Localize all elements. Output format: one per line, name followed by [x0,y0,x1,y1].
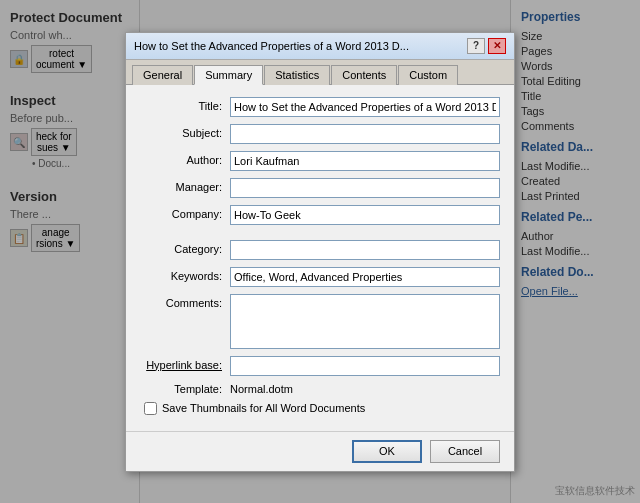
tab-custom[interactable]: Custom [398,65,458,85]
keywords-row: Keywords: [140,267,500,287]
comments-row: Comments: [140,294,500,349]
template-label: Template: [140,383,230,395]
title-bar-controls: ? ✕ [467,38,506,54]
manager-row: Manager: [140,178,500,198]
tab-general[interactable]: General [132,65,193,85]
category-row: Category: [140,240,500,260]
tab-summary[interactable]: Summary [194,65,263,85]
subject-input[interactable] [230,124,500,144]
close-button[interactable]: ✕ [488,38,506,54]
modal-overlay: How to Set the Advanced Properties of a … [0,0,640,503]
manager-label: Manager: [140,178,230,193]
author-label: Author: [140,151,230,166]
hyperlink-row: Hyperlink base: [140,356,500,376]
thumbnail-checkbox-row: Save Thumbnails for All Word Documents [140,402,500,415]
keywords-label: Keywords: [140,267,230,282]
subject-row: Subject: [140,124,500,144]
category-label: Category: [140,240,230,255]
company-input[interactable] [230,205,500,225]
tab-bar: General Summary Statistics Contents Cust… [126,60,514,85]
title-label: Title: [140,97,230,112]
title-input[interactable] [230,97,500,117]
hyperlink-input[interactable] [230,356,500,376]
watermark: 宝软信息软件技术 [555,484,635,498]
hyperlink-label: Hyperlink base: [140,356,230,371]
comments-textarea[interactable] [230,294,500,349]
company-label: Company: [140,205,230,220]
title-row: Title: [140,97,500,117]
dialog-footer: OK Cancel [126,431,514,471]
help-button[interactable]: ? [467,38,485,54]
manager-input[interactable] [230,178,500,198]
dialog-body: Title: Subject: Author: Manager: Company… [126,85,514,431]
thumbnail-checkbox-label: Save Thumbnails for All Word Documents [162,402,365,414]
cancel-button[interactable]: Cancel [430,440,500,463]
template-value: Normal.dotm [230,383,293,395]
category-input[interactable] [230,240,500,260]
subject-label: Subject: [140,124,230,139]
template-row: Template: Normal.dotm [140,383,500,395]
comments-label: Comments: [140,294,230,309]
properties-dialog: How to Set the Advanced Properties of a … [125,32,515,472]
author-row: Author: [140,151,500,171]
company-row: Company: [140,205,500,225]
keywords-input[interactable] [230,267,500,287]
author-input[interactable] [230,151,500,171]
dialog-title-bar: How to Set the Advanced Properties of a … [126,33,514,60]
ok-button[interactable]: OK [352,440,422,463]
thumbnail-checkbox[interactable] [144,402,157,415]
dialog-title-text: How to Set the Advanced Properties of a … [134,40,467,52]
tab-contents[interactable]: Contents [331,65,397,85]
tab-statistics[interactable]: Statistics [264,65,330,85]
